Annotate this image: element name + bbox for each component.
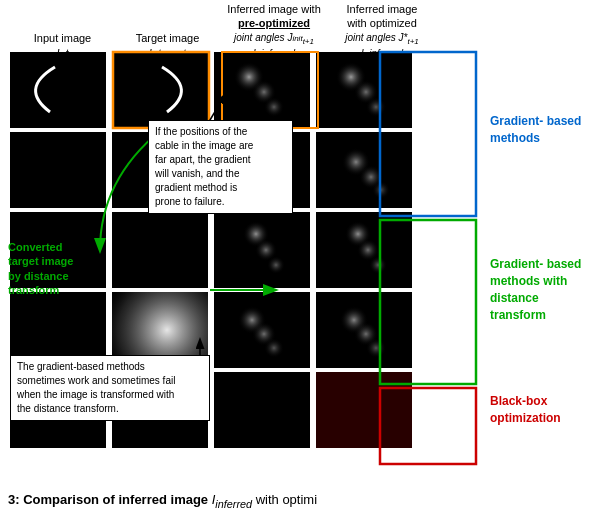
annotation-box-1: If the positions of the cable in the ima…: [148, 120, 293, 214]
label-gradient-based: Gradient- based methods: [490, 52, 594, 208]
main-container: Input image I_t Target image I_target In…: [0, 0, 594, 516]
inferred-init-4: [214, 292, 310, 368]
target-img-3: [112, 212, 208, 288]
inferred-opt-4: [316, 292, 412, 368]
inferred-opt-5: [316, 372, 412, 448]
input-img-1: [10, 52, 106, 128]
inferred-init-3: [214, 212, 310, 288]
input-img-2: [10, 132, 106, 208]
label-gradient-distance: Gradient- based methods with distance tr…: [490, 212, 594, 368]
inferred-init-1: [214, 52, 310, 128]
right-labels: Gradient- based methods Gradient- based …: [490, 52, 594, 448]
inferred-init-5: [214, 372, 310, 448]
inferred-opt-3: [316, 212, 412, 288]
col-inferred-init-images: [214, 52, 310, 448]
label-blackbox: Black-box optimization: [490, 372, 594, 448]
col-inferred-opt-images: [316, 52, 412, 448]
target-img-1: [112, 52, 208, 128]
annotation-box-2: The gradient-based methods sometimes wor…: [10, 355, 210, 421]
figure-caption: 3: Comparison of inferred image Iinferre…: [8, 492, 317, 510]
green-label: Converted target image by distance trans…: [8, 240, 73, 297]
inferred-opt-2: [316, 132, 412, 208]
inferred-opt-1: [316, 52, 412, 128]
